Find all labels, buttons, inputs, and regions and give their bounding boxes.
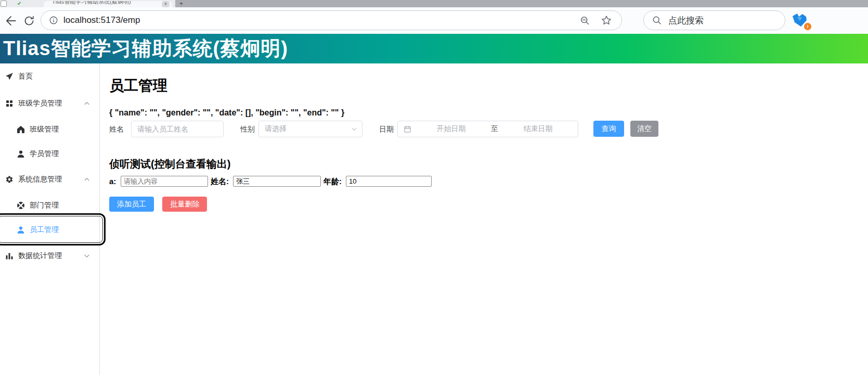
sidebar-item-label: 员工管理 xyxy=(30,225,59,235)
browser-toolbar: localhost:5173/emp 点此搜索 ! xyxy=(0,7,868,34)
listen-name-label: 姓名: xyxy=(211,176,229,187)
a-label: a: xyxy=(109,176,116,187)
tab-title-clip: Tlias智能学习辅助系统(蔡炯明) xyxy=(44,1,172,7)
gender-label: 性别 xyxy=(240,121,255,137)
sidebar-item-label: 学员管理 xyxy=(30,149,59,159)
calendar-icon xyxy=(404,125,411,133)
address-bar[interactable]: localhost:5173/emp xyxy=(41,10,622,30)
date-label: 日期 xyxy=(379,121,394,137)
sidebar: 首页 班级学员管理 班级管理 学员管理 系统信息管理 xyxy=(0,63,100,375)
name-input-box xyxy=(131,121,224,137)
sidebar-item-label: 班级管理 xyxy=(30,125,59,134)
fox-extension-icon[interactable]: ! xyxy=(792,12,810,30)
browser-search-placeholder: 点此搜索 xyxy=(668,15,704,27)
a-input[interactable] xyxy=(121,176,208,187)
date-end-placeholder[interactable]: 结束日期 xyxy=(498,124,578,134)
gender-select[interactable]: 请选择 xyxy=(258,121,362,137)
app-title: Tlias智能学习辅助系统(蔡炯明) xyxy=(0,35,288,62)
sidebar-item-label: 首页 xyxy=(18,72,33,81)
date-separator: 至 xyxy=(491,124,498,134)
browser-search-box[interactable]: 点此搜索 xyxy=(643,10,785,30)
chevron-down-icon xyxy=(351,126,357,132)
bar-chart-icon xyxy=(5,252,14,260)
browser-logo-icon xyxy=(1,1,7,7)
sidebar-item-label: 数据统计管理 xyxy=(18,251,62,261)
app-header: Tlias智能学习辅助系统(蔡炯明) xyxy=(0,34,868,63)
add-employee-button[interactable]: 添加员工 xyxy=(109,197,154,212)
sidebar-item-label: 班级学员管理 xyxy=(18,99,62,108)
grid-icon xyxy=(5,99,14,108)
tab-favicon-icon: ✔ xyxy=(17,0,21,7)
listen-name-input[interactable] xyxy=(233,176,321,187)
sidebar-item-label: 系统信息管理 xyxy=(18,175,62,184)
help-filled-icon xyxy=(17,201,25,210)
favorite-star-icon[interactable] xyxy=(601,15,612,26)
search-icon xyxy=(652,15,662,25)
tab-title: Tlias智能学习辅助系统(蔡炯明) xyxy=(52,1,154,6)
extension-badge: ! xyxy=(804,23,811,30)
new-tab-button[interactable]: + xyxy=(179,0,183,7)
main-content: 员工管理 { "name": "", "gender": "", "date":… xyxy=(100,63,868,375)
model-json-text: { "name": "", "gender": "", "date": [], … xyxy=(109,108,868,118)
listen-test-title: 侦听测试(控制台查看输出) xyxy=(109,157,868,171)
sidebar-item-class-student-mgmt[interactable]: 班级学员管理 xyxy=(0,97,99,110)
browser-tab[interactable]: Tlias智能学习辅助系统(蔡炯明) × xyxy=(44,1,172,7)
sidebar-item-home[interactable]: 首页 xyxy=(0,70,99,83)
back-icon[interactable] xyxy=(4,14,18,28)
search-button[interactable]: 查询 xyxy=(593,121,624,137)
chevron-up-icon xyxy=(84,176,90,183)
name-input[interactable] xyxy=(132,121,223,137)
sidebar-item-department-mgmt[interactable]: 部门管理 xyxy=(0,199,99,212)
name-label: 姓名 xyxy=(109,121,124,137)
zoom-out-icon[interactable] xyxy=(579,15,590,26)
paper-plane-icon xyxy=(5,72,14,81)
gear-icon xyxy=(5,175,14,184)
refresh-icon[interactable] xyxy=(23,15,35,27)
chevron-up-icon xyxy=(84,100,90,107)
search-form-row: 姓名 性别 请选择 日期 开始日期 至 结束日期 查询 清空 xyxy=(109,121,868,137)
url-text[interactable]: localhost:5173/emp xyxy=(63,15,579,25)
sidebar-item-data-statistics-mgmt[interactable]: 数据统计管理 xyxy=(0,250,99,262)
gender-select-placeholder: 请选择 xyxy=(259,124,351,134)
browser-tab-strip: ✔ Tlias智能学习辅助系统(蔡炯明) × + xyxy=(0,0,868,7)
sidebar-item-label: 部门管理 xyxy=(30,201,59,210)
site-info-icon[interactable] xyxy=(49,16,58,25)
sidebar-item-system-info-mgmt[interactable]: 系统信息管理 xyxy=(0,173,99,186)
sidebar-item-class-mgmt[interactable]: 班级管理 xyxy=(0,123,99,136)
age-label: 年龄: xyxy=(323,176,342,187)
sidebar-item-student-mgmt[interactable]: 学员管理 xyxy=(0,148,99,160)
user-icon xyxy=(17,226,25,234)
age-input[interactable] xyxy=(346,176,432,187)
page-title: 员工管理 xyxy=(109,76,868,96)
date-start-placeholder[interactable]: 开始日期 xyxy=(411,124,491,134)
chevron-down-icon xyxy=(84,253,90,259)
listen-test-row: a: 姓名: 年龄: xyxy=(109,176,868,187)
tab-close-icon[interactable]: × xyxy=(162,1,170,7)
home-icon xyxy=(17,125,25,134)
batch-delete-button[interactable]: 批量删除 xyxy=(162,197,207,212)
date-range-picker[interactable]: 开始日期 至 结束日期 xyxy=(397,121,578,137)
user-icon xyxy=(17,150,25,158)
actions-row: 添加员工 批量删除 xyxy=(109,197,868,212)
sidebar-item-employee-mgmt[interactable]: 员工管理 xyxy=(0,224,99,236)
clear-button[interactable]: 清空 xyxy=(630,121,658,137)
